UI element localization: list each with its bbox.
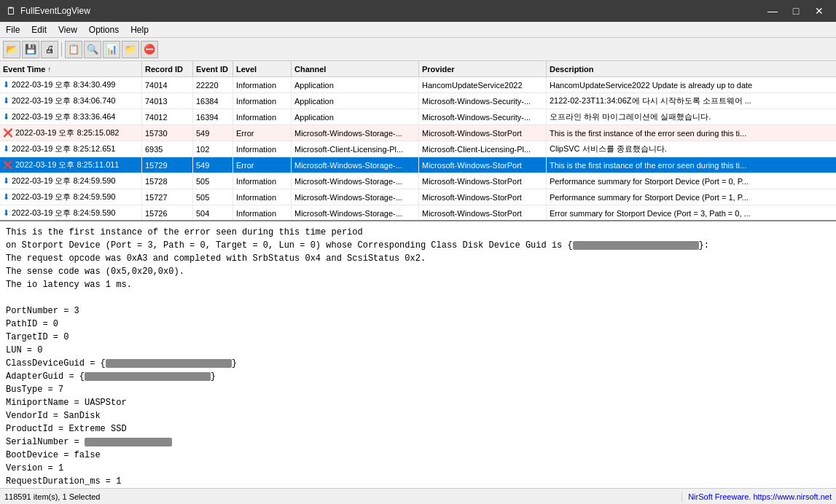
header-record-id[interactable]: Record ID: [142, 61, 193, 76]
cell-description: Performance summary for Storport Device …: [547, 189, 836, 205]
menu-view[interactable]: View: [52, 23, 83, 36]
cell-record-id: 15730: [142, 125, 193, 141]
header-description[interactable]: Description: [547, 61, 836, 76]
redacted-guid: [573, 241, 699, 250]
toolbar-copy[interactable]: 📋: [65, 41, 82, 58]
cell-description: This is the first instance of the error …: [547, 157, 836, 173]
cell-provider: Microsoft-Client-Licensing-Pl...: [419, 141, 547, 157]
cell-event-id: 505: [193, 189, 233, 205]
cell-provider: Microsoft-Windows-Security-...: [419, 109, 547, 125]
sort-arrow-event-time: ↑: [48, 66, 52, 73]
row-icon: ⬇: [3, 96, 9, 106]
cell-provider: Microsoft-Windows-Security-...: [419, 93, 547, 109]
detail-line: LUN = 0: [6, 344, 830, 357]
title-bar-title: FullEventLogView: [20, 6, 762, 16]
detail-line: VendorId = SanDisk: [6, 409, 830, 422]
cell-provider: Microsoft-Windows-StorPort: [419, 125, 547, 141]
cell-channel: Microsoft-Client-Licensing-Pl...: [292, 141, 419, 157]
toolbar: 📂 💾 🖨 📋 🔍 📊 📁 ⛔: [0, 38, 836, 61]
table-row[interactable]: ⬇ 2022-03-19 오후 8:34:06.740 74013 16384 …: [0, 93, 836, 109]
toolbar-sep-1: [61, 42, 62, 57]
window-controls: — □ ✕: [762, 4, 830, 18]
menu-file[interactable]: File: [0, 23, 26, 36]
cell-level: Information: [233, 109, 292, 125]
toolbar-open[interactable]: 📂: [3, 41, 20, 58]
detail-pane[interactable]: This is the first instance of the error …: [0, 221, 836, 488]
header-event-id[interactable]: Event ID: [193, 61, 233, 76]
menu-help[interactable]: Help: [125, 23, 155, 36]
cell-event-time: ❌ 2022-03-19 오후 8:25:15.082: [0, 125, 142, 141]
maximize-button[interactable]: □: [785, 4, 807, 18]
table-row[interactable]: ⬇ 2022-03-19 오후 8:24:59.590 15727 505 In…: [0, 189, 836, 205]
detail-line: Version = 1: [6, 462, 830, 475]
cell-event-id: 505: [193, 173, 233, 189]
header-provider[interactable]: Provider: [419, 61, 547, 76]
status-bar: 118591 item(s), 1 Selected NirSoft Freew…: [0, 488, 836, 504]
cell-channel: Microsoft-Windows-Storage-...: [292, 173, 419, 189]
detail-line: [6, 291, 830, 304]
cell-provider: Microsoft-Windows-StorPort: [419, 189, 547, 205]
detail-line: ProductId = Extreme SSD: [6, 422, 830, 436]
row-icon: ⬇: [3, 192, 9, 202]
cell-description: Error summary for Storport Device (Port …: [547, 205, 836, 221]
cell-level: Error: [233, 125, 292, 141]
toolbar-print[interactable]: 🖨: [41, 41, 58, 58]
cell-record-id: 15729: [142, 157, 193, 173]
cell-event-id: 16384: [193, 93, 233, 109]
toolbar-folder[interactable]: 📁: [122, 41, 139, 58]
status-separator: [681, 492, 682, 502]
row-icon: ⬇: [3, 112, 9, 122]
cell-event-time: ⬇ 2022-03-19 오후 8:24:59.590: [0, 173, 142, 189]
table-row[interactable]: ❌ 2022-03-19 오후 8:25:11.011 15729 549 Er…: [0, 157, 836, 173]
cell-record-id: 74014: [142, 77, 193, 92]
header-channel[interactable]: Channel: [292, 61, 419, 76]
cell-event-time: ⬇ 2022-03-19 오후 8:33:36.464: [0, 109, 142, 125]
status-nirsoft: NirSoft Freeware. https://www.nirsoft.ne…: [688, 492, 832, 501]
table-row[interactable]: ⬇ 2022-03-19 오후 8:25:12.651 6935 102 Inf…: [0, 141, 836, 157]
table-row[interactable]: ⬇ 2022-03-19 오후 8:34:30.499 74014 22220 …: [0, 77, 836, 93]
redacted-class-guid: [106, 359, 232, 368]
cell-record-id: 15726: [142, 205, 193, 221]
cell-event-id: 549: [193, 125, 233, 141]
cell-record-id: 74012: [142, 109, 193, 125]
cell-channel: Application: [292, 77, 419, 92]
table-row[interactable]: ⬇ 2022-03-19 오후 8:24:59.590 15728 505 In…: [0, 173, 836, 189]
cell-provider: Microsoft-Windows-StorPort: [419, 173, 547, 189]
toolbar-chart[interactable]: 📊: [103, 41, 120, 58]
toolbar-stop[interactable]: ⛔: [141, 41, 158, 58]
close-button[interactable]: ✕: [808, 4, 830, 18]
title-bar: 🗒 FullEventLogView — □ ✕: [0, 0, 836, 22]
cell-provider: HancomUpdateService2022: [419, 77, 547, 92]
cell-event-id: 16394: [193, 109, 233, 125]
detail-line: ClassDeviceGuid = { }: [6, 357, 830, 370]
cell-level: Error: [233, 157, 292, 173]
cell-channel: Microsoft-Windows-Storage-...: [292, 157, 419, 173]
header-event-time[interactable]: Event Time ↑: [0, 61, 142, 76]
toolbar-save[interactable]: 💾: [22, 41, 39, 58]
cell-description: 오프라인 하위 마이그레이션에 실패했습니다.: [547, 109, 836, 125]
cell-event-time: ⬇ 2022-03-19 오후 8:24:59.590: [0, 189, 142, 205]
menu-edit[interactable]: Edit: [26, 23, 52, 36]
app-icon: 🗒: [6, 5, 16, 17]
table-row[interactable]: ⬇ 2022-03-19 오후 8:33:36.464 74012 16394 …: [0, 109, 836, 125]
cell-provider: Microsoft-Windows-StorPort: [419, 157, 547, 173]
toolbar-find[interactable]: 🔍: [84, 41, 101, 58]
minimize-button[interactable]: —: [762, 4, 784, 18]
cell-provider: Microsoft-Windows-StorPort: [419, 205, 547, 221]
table-row[interactable]: ⬇ 2022-03-19 오후 8:24:59.590 15726 504 In…: [0, 205, 836, 221]
cell-level: Information: [233, 173, 292, 189]
menu-options[interactable]: Options: [83, 23, 125, 36]
cell-description: ClipSVC 서비스를 종료했습니다.: [547, 141, 836, 157]
table-row[interactable]: ❌ 2022-03-19 오후 8:25:15.082 15730 549 Er…: [0, 125, 836, 141]
cell-channel: Microsoft-Windows-Storage-...: [292, 205, 419, 221]
event-table: Event Time ↑ Record ID Event ID Level Ch…: [0, 61, 836, 221]
main-area: Event Time ↑ Record ID Event ID Level Ch…: [0, 61, 836, 488]
row-icon: ⬇: [3, 144, 9, 154]
cell-event-time: ❌ 2022-03-19 오후 8:25:11.011: [0, 157, 142, 173]
detail-line: BusType = 7: [6, 383, 830, 396]
detail-line: MiniportName = UASPStor: [6, 396, 830, 409]
detail-line: The sense code was (0x5,0x20,0x0).: [6, 265, 830, 278]
header-level[interactable]: Level: [233, 61, 292, 76]
cell-event-time: ⬇ 2022-03-19 오후 8:24:59.590: [0, 205, 142, 221]
cell-record-id: 15728: [142, 173, 193, 189]
